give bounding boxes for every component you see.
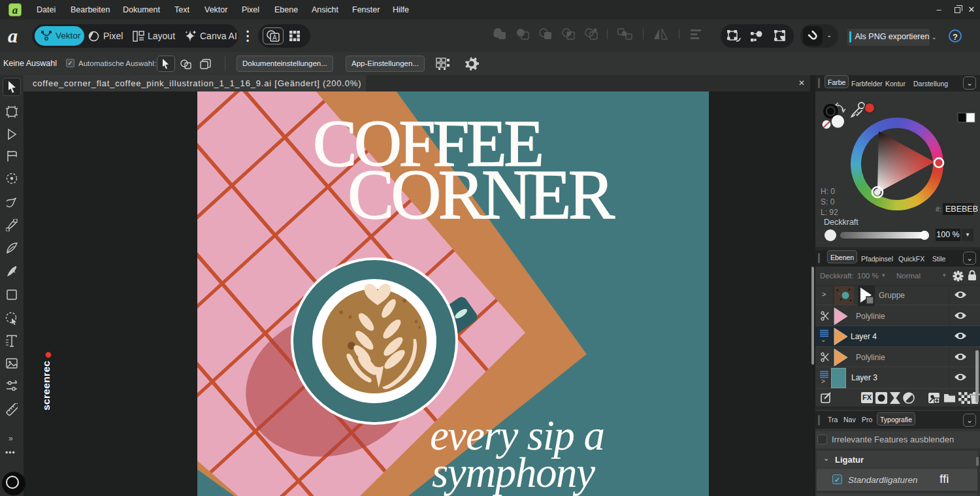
svg-text:symphony: symphony [432, 449, 595, 496]
svg-text:screenrec: screenrec [41, 361, 52, 410]
svg-text:CORNER: CORNER [348, 156, 615, 233]
svg-text:a: a [8, 25, 18, 46]
svg-text:A: A [272, 34, 277, 41]
